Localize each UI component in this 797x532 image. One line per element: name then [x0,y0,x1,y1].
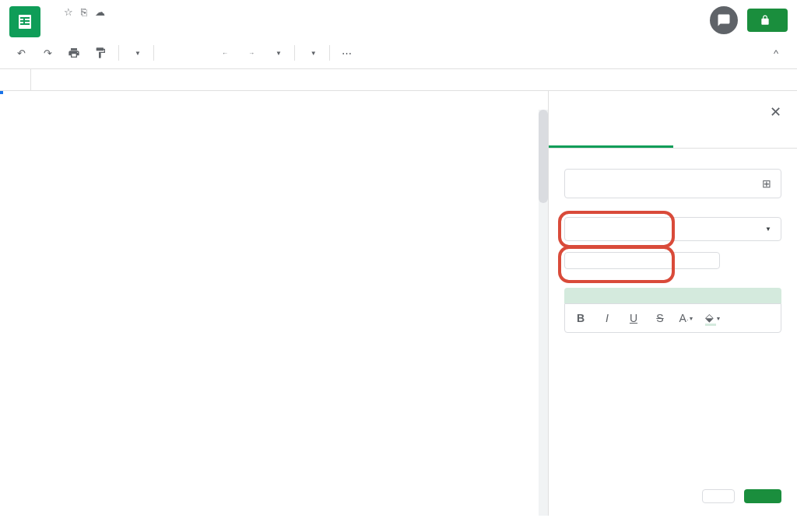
strikethrough-icon[interactable]: S [648,307,672,329]
underline-icon[interactable]: U [621,307,646,329]
menu-bar [50,21,710,27]
text-color-icon[interactable]: A.▼ [674,307,699,329]
menu-addons[interactable] [148,21,160,27]
redo-icon[interactable]: ↷ [36,42,59,64]
zoom-select[interactable]: ▼ [125,47,147,60]
formula-bar [0,69,797,91]
menu-format[interactable] [106,21,118,27]
increase-decimal-icon[interactable]: → [240,42,263,64]
undo-icon[interactable]: ↶ [9,42,33,64]
toolbar: ↶ ↷ ▼ ← → ▼ ▼ ⋯ ^ [0,37,797,69]
bold-icon[interactable]: B [568,307,593,329]
print-icon[interactable] [62,42,86,64]
tab-color-scale[interactable] [673,127,798,148]
document-title[interactable] [50,11,56,14]
done-button[interactable] [744,489,781,503]
menu-tools[interactable] [134,21,146,27]
star-icon[interactable]: ☆ [64,6,73,18]
comments-icon[interactable] [710,6,738,34]
font-select[interactable]: ▼ [301,47,323,60]
menu-insert[interactable] [92,21,104,27]
close-icon[interactable]: ✕ [770,103,781,121]
menu-help[interactable] [162,21,174,27]
conditional-format-sidebar: ✕ ⊞ ▼ [548,91,797,516]
range-input[interactable]: ⊞ [564,169,781,198]
paint-format-icon[interactable] [89,42,112,64]
italic-icon[interactable]: I [595,307,620,329]
app-header: ☆ ⎘ ☁ [0,0,797,37]
menu-file[interactable] [50,21,62,27]
cloud-status-icon[interactable]: ☁ [95,6,105,18]
menu-view[interactable] [78,21,90,27]
menu-data[interactable] [120,21,132,27]
style-preview[interactable] [564,288,781,303]
vertical-scrollbar[interactable] [539,110,548,516]
share-button[interactable] [747,9,788,32]
cancel-button[interactable] [702,489,735,503]
tab-single-color[interactable] [549,127,673,148]
decrease-decimal-icon[interactable]: ← [213,42,237,64]
custom-formula-input[interactable] [564,252,720,269]
number-format-select[interactable]: ▼ [266,47,288,60]
currency-icon[interactable] [160,42,184,64]
collapse-icon[interactable]: ^ [764,42,788,64]
menu-edit[interactable] [64,21,76,27]
select-range-icon[interactable]: ⊞ [762,177,771,190]
format-toolbar: B I U S A.▼ ⬙▼ [564,303,781,333]
chevron-down-icon: ▼ [765,226,771,233]
fill-color-icon[interactable]: ⬙▼ [700,307,725,329]
percent-icon[interactable] [187,42,210,64]
fx-icon[interactable] [0,69,31,90]
condition-select[interactable]: ▼ [564,217,781,241]
spreadsheet-grid[interactable] [0,91,548,516]
move-icon[interactable]: ⎘ [81,6,87,18]
more-icon[interactable]: ⋯ [336,42,360,64]
svg-rect-4 [23,17,25,25]
sheets-logo[interactable] [9,6,40,37]
